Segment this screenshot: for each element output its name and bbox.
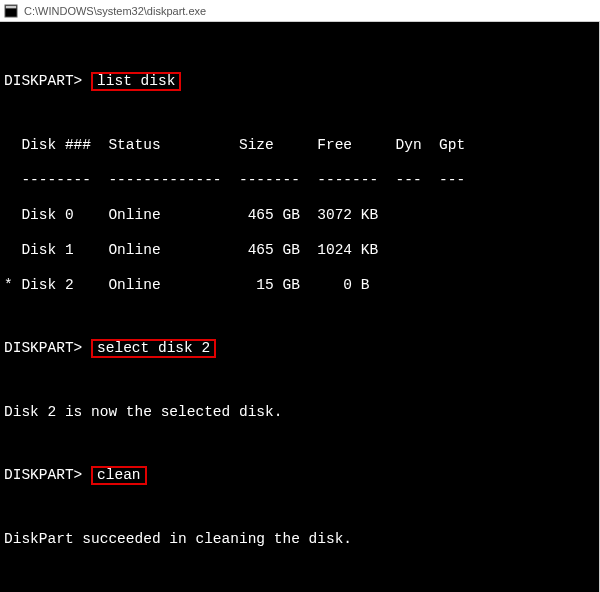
svg-rect-1: [6, 5, 17, 8]
msg-clean-ok: DiskPart succeeded in cleaning the disk.: [0, 529, 597, 550]
app-icon: [4, 4, 18, 18]
table-row: Disk 1 Online 465 GB 1024 KB: [0, 240, 597, 261]
prompt: DISKPART>: [4, 467, 82, 483]
prompt: DISKPART>: [4, 73, 82, 89]
msg-selected: Disk 2 is now the selected disk.: [0, 402, 597, 423]
cmd-list-disk: list disk: [91, 72, 181, 91]
table-row: Disk 0 Online 465 GB 3072 KB: [0, 205, 597, 226]
window-title: C:\WINDOWS\system32\diskpart.exe: [24, 5, 206, 17]
cmd-clean: clean: [91, 466, 147, 485]
disk-table-header: Disk ### Status Size Free Dyn Gpt: [0, 135, 597, 156]
window-titlebar: C:\WINDOWS\system32\diskpart.exe: [0, 0, 600, 22]
disk-table-divider: -------- ------------- ------- ------- -…: [0, 170, 597, 191]
cmd-select-disk: select disk 2: [91, 339, 216, 358]
table-row: * Disk 2 Online 15 GB 0 B: [0, 275, 597, 296]
terminal-output[interactable]: DISKPART> list disk Disk ### Status Size…: [0, 22, 600, 592]
prompt: DISKPART>: [4, 340, 82, 356]
